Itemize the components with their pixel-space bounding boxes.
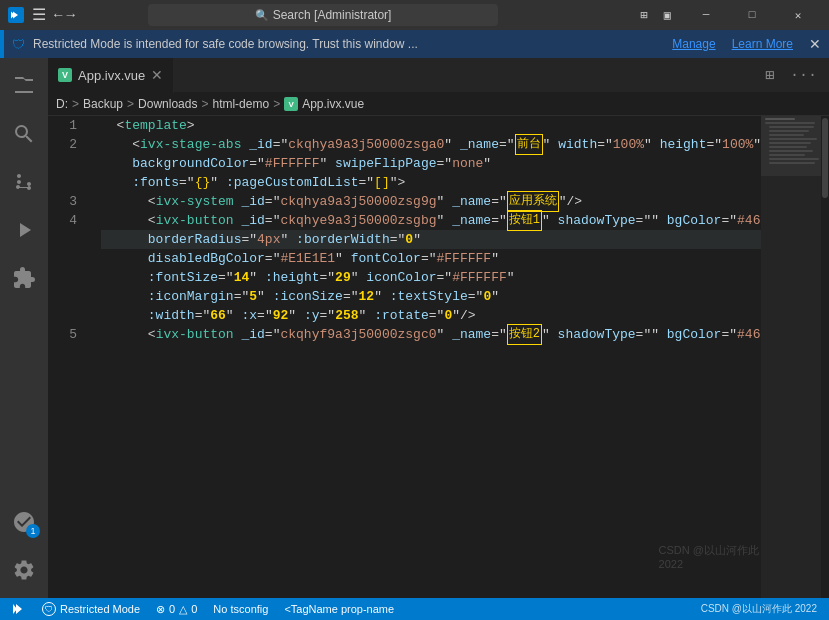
warning-count: 0 xyxy=(191,603,197,615)
code-line-3: <ivx-system _id="ckqhya9a3j50000zsg9g" _… xyxy=(101,192,761,211)
sidebar-item-run[interactable] xyxy=(0,206,48,254)
tab-bar: V App.ivx.vue ✕ ⊞ ··· xyxy=(48,58,829,93)
status-watermark: CSDN @以山河作此 2022 xyxy=(693,598,825,620)
account-badge: 1 xyxy=(26,524,40,538)
breadcrumb-sep-2: > xyxy=(127,97,134,111)
restricted-mode-icon: 🛡 xyxy=(42,602,56,616)
line-num-blank-3 xyxy=(48,230,85,249)
code-line-2: <ivx-stage-abs _id="ckqhya9a3j50000zsga0… xyxy=(101,135,761,154)
maximize-button[interactable]: □ xyxy=(729,0,775,30)
code-line-4f: :width="66" :x="92" :y="258" :rotate="0"… xyxy=(101,306,761,325)
error-count: 0 xyxy=(169,603,175,615)
title-bar-right: ⊞ ▣ ─ □ ✕ xyxy=(637,0,821,30)
split-editor-icon[interactable]: ⊞ xyxy=(637,6,652,25)
code-editor[interactable]: 1 2 3 4 5 <template> xyxy=(48,116,829,598)
shield-icon: 🛡 xyxy=(12,37,25,52)
status-tag-name[interactable]: <TagName prop-name xyxy=(276,598,402,620)
main-layout: 1 V App.ivx.vue ✕ ⊞ ··· D: > xyxy=(0,58,829,598)
code-line-4b: borderRadius="4px" :borderWidth="0" xyxy=(101,230,761,249)
tab-close-button[interactable]: ✕ xyxy=(151,67,163,83)
code-content: <template> <ivx-stage-abs _id="ckqhya9a3… xyxy=(93,116,761,598)
scrollbar-thumb[interactable] xyxy=(822,118,828,198)
tab-bar-right: ⊞ ··· xyxy=(761,64,829,87)
line-num-3: 3 xyxy=(48,192,85,211)
code-line-4: <ivx-button _id="ckqhye9a3j50000zsgbg" _… xyxy=(101,211,761,230)
status-bar-right: CSDN @以山河作此 2022 xyxy=(693,598,825,620)
status-bar: 🛡 Restricted Mode ⊗ 0 △ 0 No tsconfig <T… xyxy=(0,598,829,620)
hamburger-icon[interactable]: ☰ xyxy=(32,5,46,25)
notification-close-button[interactable]: ✕ xyxy=(809,36,821,52)
editor-layout-icon[interactable]: ▣ xyxy=(660,6,675,25)
breadcrumb-drive[interactable]: D: xyxy=(56,97,68,111)
code-line-5: <ivx-button _id="ckqhyf9a3j50000zsgc0" _… xyxy=(101,325,761,344)
activity-bar: 1 xyxy=(0,58,48,598)
search-bar[interactable]: 🔍 Search [Administrator] xyxy=(148,4,498,26)
line-num-5: 5 xyxy=(48,325,85,344)
breadcrumb-html-demo[interactable]: html-demo xyxy=(212,97,269,111)
line-num-blank-5 xyxy=(48,268,85,287)
notification-bar: 🛡 Restricted Mode is intended for safe c… xyxy=(0,30,829,58)
sidebar-item-explorer[interactable] xyxy=(0,62,48,110)
tab-app-ivx-vue[interactable]: V App.ivx.vue ✕ xyxy=(48,58,174,93)
line-num-blank-2 xyxy=(48,173,85,192)
status-no-tsconfig[interactable]: No tsconfig xyxy=(205,598,276,620)
line-num-2: 2 xyxy=(48,135,85,154)
title-bar-left: ☰ ← → xyxy=(8,5,75,25)
line-numbers: 1 2 3 4 5 xyxy=(48,116,93,598)
line-num-4: 4 xyxy=(48,211,85,230)
nav-arrows: ← → xyxy=(54,7,75,23)
forward-button[interactable]: → xyxy=(66,7,74,23)
learn-more-link[interactable]: Learn More xyxy=(732,37,793,51)
manage-link[interactable]: Manage xyxy=(672,37,715,51)
minimap-canvas xyxy=(761,116,821,516)
sidebar-item-account[interactable]: 1 xyxy=(0,498,48,546)
breadcrumb-vue-icon: V xyxy=(284,97,298,111)
more-actions-button[interactable]: ··· xyxy=(786,65,821,86)
breadcrumb-downloads[interactable]: Downloads xyxy=(138,97,197,111)
line-num-blank-4 xyxy=(48,249,85,268)
tab-filename: App.ivx.vue xyxy=(78,68,145,83)
svg-rect-13 xyxy=(761,116,821,176)
code-line-1: <template> xyxy=(101,116,761,135)
breadcrumb-sep-4: > xyxy=(273,97,280,111)
sidebar-item-search[interactable] xyxy=(0,110,48,158)
line-num-blank-7 xyxy=(48,306,85,325)
vscode-logo xyxy=(8,7,24,23)
editor-area: V App.ivx.vue ✕ ⊞ ··· D: > Backup > Down… xyxy=(48,58,829,598)
sidebar-item-settings[interactable] xyxy=(0,546,48,594)
code-line-2c: :fonts="{}" :pageCustomIdList="[]"> xyxy=(101,173,761,192)
breadcrumb-filename: App.ivx.vue xyxy=(302,97,364,111)
breadcrumb-backup[interactable]: Backup xyxy=(83,97,123,111)
code-line-4e: :iconMargin="5" :iconSize="12" :textStyl… xyxy=(101,287,761,306)
no-tsconfig-label: No tsconfig xyxy=(213,603,268,615)
tab-vue-icon: V xyxy=(58,68,72,82)
tag-name-label: <TagName prop-name xyxy=(284,603,394,615)
warning-icon: △ xyxy=(179,603,187,616)
code-line-4d: :fontSize="14" :height="29" iconColor="#… xyxy=(101,268,761,287)
csdn-watermark: CSDN @以山河作此 2022 xyxy=(701,602,817,616)
status-restricted-mode[interactable]: 🛡 Restricted Mode xyxy=(34,598,148,620)
line-num-1: 1 xyxy=(48,116,85,135)
code-line-4c: disabledBgColor="#E1E1E1" fontColor="#FF… xyxy=(101,249,761,268)
restricted-mode-label: Restricted Mode xyxy=(60,603,140,615)
breadcrumb-sep-1: > xyxy=(72,97,79,111)
code-line-2b: backgroundColor="#FFFFFF" swipeFlipPage=… xyxy=(101,154,761,173)
notification-text: Restricted Mode is intended for safe cod… xyxy=(33,37,668,51)
window-controls: ─ □ ✕ xyxy=(683,0,821,30)
sidebar-item-source-control[interactable] xyxy=(0,158,48,206)
line-num-blank-6 xyxy=(48,287,85,306)
scrollbar[interactable] xyxy=(821,116,829,598)
minimize-button[interactable]: ─ xyxy=(683,0,729,30)
breadcrumb-file[interactable]: V App.ivx.vue xyxy=(284,97,364,111)
title-bar: ☰ ← → 🔍 Search [Administrator] ⊞ ▣ ─ □ ✕ xyxy=(0,0,829,30)
back-button[interactable]: ← xyxy=(54,7,62,23)
status-vscode-icon[interactable] xyxy=(4,598,34,620)
search-placeholder: Search [Administrator] xyxy=(273,8,392,22)
error-icon: ⊗ xyxy=(156,603,165,616)
sidebar-item-extensions[interactable] xyxy=(0,254,48,302)
status-errors[interactable]: ⊗ 0 △ 0 xyxy=(148,598,205,620)
split-editor-button[interactable]: ⊞ xyxy=(761,64,778,87)
line-num-blank-1 xyxy=(48,154,85,173)
close-button[interactable]: ✕ xyxy=(775,0,821,30)
minimap xyxy=(761,116,821,598)
